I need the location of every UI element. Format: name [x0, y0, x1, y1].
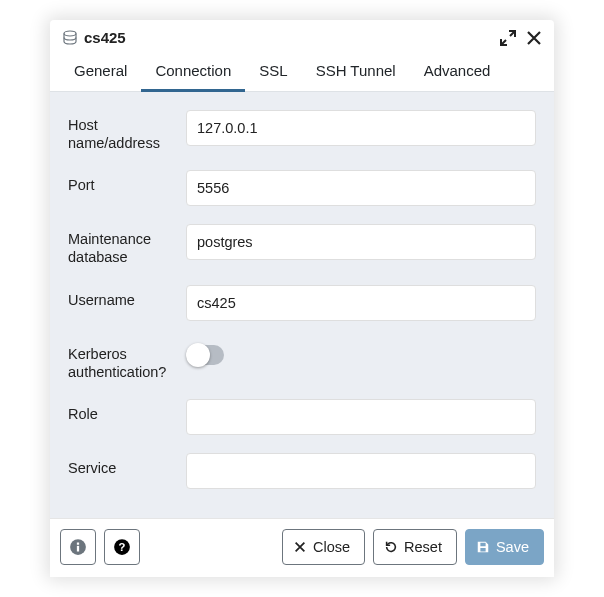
row-username: Username [68, 285, 536, 321]
tab-ssl[interactable]: SSL [245, 52, 301, 92]
svg-rect-2 [77, 546, 79, 552]
info-button[interactable] [60, 529, 96, 565]
tab-general[interactable]: General [60, 52, 141, 92]
close-button[interactable]: Close [282, 529, 365, 565]
row-host: Host name/address [68, 110, 536, 152]
tab-bar: General Connection SSL SSH Tunnel Advanc… [50, 52, 554, 92]
svg-rect-3 [77, 543, 79, 545]
tab-connection[interactable]: Connection [141, 52, 245, 92]
save-button[interactable]: Save [465, 529, 544, 565]
tab-ssh-tunnel[interactable]: SSH Tunnel [302, 52, 410, 92]
close-button-label: Close [313, 539, 350, 555]
row-maintdb: Maintenance database [68, 224, 536, 266]
svg-point-0 [64, 31, 76, 36]
server-dialog: cs425 General Connection SSL SSH Tunnel … [50, 20, 554, 577]
kerberos-toggle[interactable] [186, 345, 224, 365]
role-input[interactable] [186, 399, 536, 435]
reset-button-label: Reset [404, 539, 442, 555]
help-button[interactable]: ? [104, 529, 140, 565]
maintdb-input[interactable] [186, 224, 536, 260]
save-button-label: Save [496, 539, 529, 555]
port-input[interactable] [186, 170, 536, 206]
host-label: Host name/address [68, 110, 186, 152]
row-service: Service [68, 453, 536, 489]
username-input[interactable] [186, 285, 536, 321]
kerberos-label: Kerberos authentication? [68, 339, 186, 381]
username-label: Username [68, 285, 186, 309]
toggle-knob [186, 343, 210, 367]
maintdb-label: Maintenance database [68, 224, 186, 266]
connection-panel: Host name/address Port Maintenance datab… [50, 92, 554, 518]
host-input[interactable] [186, 110, 536, 146]
tab-advanced[interactable]: Advanced [410, 52, 505, 92]
row-port: Port [68, 170, 536, 206]
titlebar: cs425 [50, 20, 554, 52]
svg-text:?: ? [119, 541, 126, 553]
database-icon [62, 30, 78, 46]
role-label: Role [68, 399, 186, 423]
service-input[interactable] [186, 453, 536, 489]
row-kerberos: Kerberos authentication? [68, 339, 536, 381]
row-role: Role [68, 399, 536, 435]
reset-button[interactable]: Reset [373, 529, 457, 565]
close-icon[interactable] [526, 30, 542, 46]
port-label: Port [68, 170, 186, 194]
dialog-title: cs425 [84, 29, 490, 46]
expand-icon[interactable] [500, 30, 516, 46]
service-label: Service [68, 453, 186, 477]
dialog-footer: ? Close Reset Save [50, 518, 554, 577]
